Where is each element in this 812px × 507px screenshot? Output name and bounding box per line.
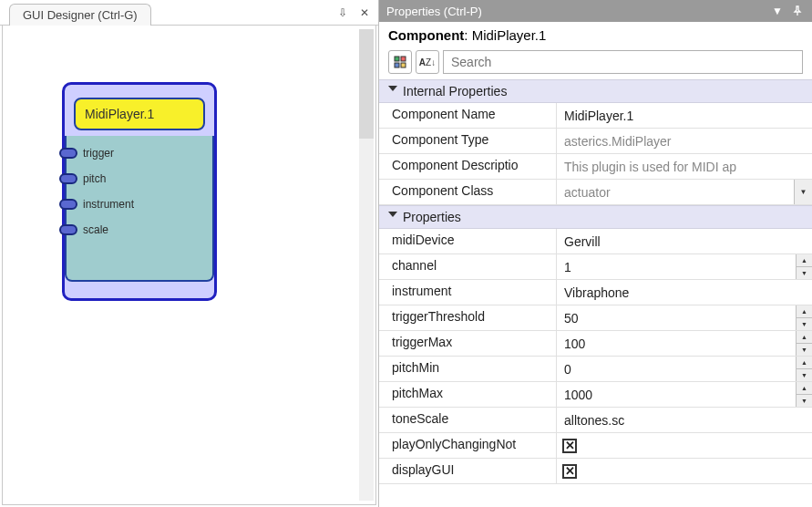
prop-label: pitchMin	[379, 357, 557, 381]
spinner-down-icon[interactable]: ▼	[797, 369, 812, 381]
properties-table: Internal Properties Component Name MidiP…	[379, 79, 812, 507]
undock-icon[interactable]: ⇩	[334, 5, 351, 21]
prop-value-component-description: This plugin is used for MIDI ap	[557, 154, 812, 179]
spinner-control[interactable]: ▲ ▼	[796, 357, 812, 381]
prop-row-mididevice: midiDevice Gervill	[379, 229, 812, 254]
prop-value-mididevice[interactable]: Gervill	[557, 229, 812, 254]
spinner-down-icon[interactable]: ▼	[797, 267, 812, 279]
checkbox-checked-icon[interactable]: ✕	[562, 439, 577, 453]
port-trigger[interactable]: trigger	[72, 147, 114, 160]
spinner-control[interactable]: ▲ ▼	[796, 331, 812, 356]
prop-row-pitchmin: pitchMin 0 ▲ ▼	[379, 357, 812, 382]
prop-value-tonescale[interactable]: alltones.sc	[557, 408, 812, 432]
spinner-control[interactable]: ▲ ▼	[796, 254, 812, 279]
svg-rect-0	[395, 57, 399, 61]
prop-value-text: asterics.MidiPlayer	[562, 130, 812, 152]
prop-value-text: 1	[562, 256, 796, 278]
gui-designer-panel: GUI Designer (Ctrl-G) ⇩ ✕ MidiPlayer.1 t…	[0, 0, 378, 507]
alpha-sort-button[interactable]: AZ↓	[416, 50, 439, 74]
prop-value-component-class[interactable]: actuator ▼	[557, 180, 812, 204]
properties-titlebar: Properties (Ctrl-P) ▼	[379, 0, 812, 22]
prop-row-component-type: Component Type asterics.MidiPlayer	[379, 129, 812, 154]
spinner-control[interactable]: ▲ ▼	[796, 305, 812, 330]
port-label: instrument	[83, 198, 134, 211]
caret-down-icon	[388, 86, 397, 91]
prop-label: playOnlyChangingNot	[379, 433, 557, 458]
designer-canvas[interactable]: MidiPlayer.1 trigger pitch instrument s	[2, 26, 376, 505]
prop-value-text: 0	[562, 358, 796, 380]
port-label: pitch	[83, 172, 106, 185]
prop-label: Component Descriptio	[379, 154, 557, 179]
prop-value-text: MidiPlayer.1	[562, 105, 812, 127]
prop-value-text: 100	[562, 333, 796, 355]
close-icon[interactable]: ✕	[356, 5, 373, 21]
prop-value-component-type: asterics.MidiPlayer	[557, 129, 812, 153]
prop-value-pitchmin[interactable]: 0 ▲ ▼	[557, 357, 812, 381]
prop-value-pitchmax[interactable]: 1000 ▲ ▼	[557, 382, 812, 407]
spinner-up-icon[interactable]: ▲	[797, 331, 812, 344]
categorized-button[interactable]	[388, 50, 412, 74]
prop-label: displayGUI	[379, 459, 557, 483]
prop-row-displaygui: displayGUI ✕	[379, 459, 812, 484]
search-input[interactable]	[443, 50, 803, 74]
spinner-up-icon[interactable]: ▲	[797, 305, 812, 318]
prop-value-displaygui[interactable]: ✕	[557, 459, 812, 483]
prop-value-channel[interactable]: 1 ▲ ▼	[557, 254, 812, 279]
prop-row-triggerthreshold: triggerThreshold 50 ▲ ▼	[379, 305, 812, 331]
port-dot-icon	[59, 199, 77, 210]
prop-value-text: 1000	[562, 384, 796, 406]
prop-row-tonescale: toneScale alltones.sc	[379, 408, 812, 433]
port-pitch[interactable]: pitch	[72, 172, 106, 185]
checkbox-checked-icon[interactable]: ✕	[562, 464, 577, 479]
prop-value-text: alltones.sc	[562, 409, 812, 431]
spinner-down-icon[interactable]: ▼	[797, 395, 812, 407]
properties-panel: Properties (Ctrl-P) ▼ Component: MidiPla…	[378, 0, 812, 507]
prop-value-text: Vibraphone	[562, 282, 812, 304]
spinner-up-icon[interactable]: ▲	[797, 357, 812, 369]
spinner-up-icon[interactable]: ▲	[797, 382, 812, 395]
dropdown-icon[interactable]: ▼	[770, 4, 785, 18]
prop-value-text: Gervill	[562, 231, 812, 253]
prop-row-component-description: Component Descriptio This plugin is used…	[379, 154, 812, 180]
prop-value-triggermax[interactable]: 100 ▲ ▼	[557, 331, 812, 356]
prop-label: channel	[379, 254, 557, 279]
component-label-prefix: Component	[388, 27, 464, 43]
prop-value-component-name[interactable]: MidiPlayer.1	[557, 103, 812, 128]
group-properties[interactable]: Properties	[379, 205, 812, 229]
port-label: scale	[83, 223, 108, 236]
caret-down-icon	[388, 212, 397, 217]
port-scale[interactable]: scale	[72, 223, 108, 236]
combo-down-icon[interactable]: ▼	[794, 180, 812, 204]
spinner-up-icon[interactable]: ▲	[797, 254, 812, 267]
designer-tab-strip: GUI Designer (Ctrl-G) ⇩ ✕	[0, 0, 378, 26]
spinner-down-icon[interactable]: ▼	[797, 344, 812, 356]
svg-rect-2	[395, 63, 399, 67]
port-dot-icon	[59, 148, 77, 159]
prop-value-playonlychangingnotes[interactable]: ✕	[557, 433, 812, 458]
spinner-control[interactable]: ▲ ▼	[796, 382, 812, 407]
prop-row-triggermax: triggerMax 100 ▲ ▼	[379, 331, 812, 357]
component-label-value: MidiPlayer.1	[472, 27, 547, 43]
prop-label: Component Class	[379, 180, 557, 204]
prop-row-playonlychangingnotes: playOnlyChangingNot ✕	[379, 433, 812, 459]
spinner-down-icon[interactable]: ▼	[797, 318, 812, 330]
group-label: Properties	[403, 210, 461, 224]
prop-value-instrument[interactable]: Vibraphone	[557, 280, 812, 305]
tab-gui-designer[interactable]: GUI Designer (Ctrl-G)	[9, 4, 151, 26]
pin-icon[interactable]	[790, 4, 805, 18]
prop-label: midiDevice	[379, 229, 557, 254]
component-body: trigger pitch instrument scale	[65, 136, 214, 282]
group-internal-properties[interactable]: Internal Properties	[379, 79, 812, 103]
canvas-component-midiplayer[interactable]: MidiPlayer.1 trigger pitch instrument s	[62, 82, 217, 301]
port-instrument[interactable]: instrument	[72, 198, 134, 211]
scrollbar-vertical[interactable]	[359, 29, 374, 501]
prop-label: triggerMax	[379, 331, 557, 356]
prop-value-triggerthreshold[interactable]: 50 ▲ ▼	[557, 305, 812, 330]
prop-row-instrument: instrument Vibraphone	[379, 280, 812, 305]
component-label: Component: MidiPlayer.1	[379, 22, 812, 48]
prop-row-channel: channel 1 ▲ ▼	[379, 254, 812, 280]
scrollbar-thumb[interactable]	[359, 29, 374, 139]
port-label: trigger	[83, 147, 114, 160]
port-dot-icon	[59, 173, 77, 184]
prop-label: pitchMax	[379, 382, 557, 407]
